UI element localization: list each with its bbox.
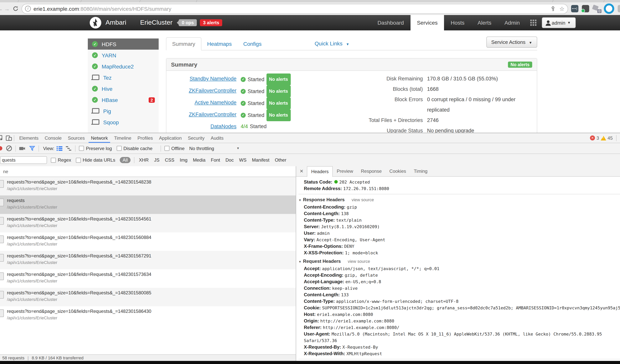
nav-alerts[interactable]: Alerts <box>471 15 498 30</box>
sidebar-item-hdfs[interactable]: ✓HDFS <box>88 39 159 50</box>
cluster-name[interactable]: ErieCluster <box>140 19 172 27</box>
sidebar-item-hive[interactable]: ✓Hive <box>88 83 159 94</box>
regex-label[interactable]: Regex <box>58 157 71 163</box>
request-row[interactable]: requests?to=end&page_size=10&fields=Requ… <box>0 269 296 288</box>
details-tab-cookies[interactable]: Cookies <box>386 166 410 176</box>
request-row[interactable]: requests?to=end&page_size=10&fields=Requ… <box>0 214 296 233</box>
details-tab-response[interactable]: Response <box>357 166 386 176</box>
request-list-header[interactable]: ne <box>0 166 296 177</box>
offline-label[interactable]: Offline <box>171 146 185 151</box>
screenshot-camera-icon[interactable] <box>19 146 25 151</box>
sidebar-item-mapreduce2[interactable]: ✓MapReduce2 <box>88 61 159 72</box>
devtools-tab-elements[interactable]: Elements <box>16 133 42 143</box>
nav-admin[interactable]: Admin <box>498 15 526 30</box>
details-tab-headers[interactable]: Headers <box>307 166 333 177</box>
devtools-tab-application[interactable]: Application <box>156 133 185 143</box>
filter-type-font[interactable]: Font <box>211 157 220 163</box>
warning-count[interactable]: 45 <box>607 135 613 141</box>
request-headers-section[interactable]: ▼Request Headersview source <box>298 258 620 265</box>
sidebar-item-sqoop[interactable]: Sqoop <box>88 116 159 128</box>
sidebar-item-hbase[interactable]: ✓HBase2 <box>88 94 159 105</box>
view-source-link[interactable]: view source <box>348 259 370 263</box>
filter-type-all[interactable]: All <box>120 157 131 163</box>
no-alerts-badge[interactable]: No alerts <box>266 109 291 121</box>
filter-input[interactable] <box>0 156 47 164</box>
datanodes-link[interactable]: DataNodes <box>210 124 236 129</box>
no-alerts-badge[interactable]: No alerts <box>266 86 291 97</box>
response-headers-section[interactable]: ▼Response Headersview source <box>298 196 620 204</box>
quick-links-dropdown[interactable]: Quick Links ▼ <box>315 40 349 46</box>
url-field[interactable]: i erie1.example.com:8080/#/main/services… <box>22 4 568 14</box>
devtools-tab-security[interactable]: Security <box>185 133 208 143</box>
error-count-icon[interactable]: ✕ <box>590 135 595 140</box>
password-key-icon[interactable] <box>550 6 556 11</box>
regex-checkbox[interactable] <box>51 158 56 162</box>
no-alerts-badge[interactable]: No alerts <box>266 97 291 109</box>
evernote-extension-icon[interactable] <box>582 5 589 12</box>
record-icon[interactable] <box>0 146 2 150</box>
clear-icon[interactable] <box>6 146 12 151</box>
ops-badge[interactable]: 0 ops <box>179 19 197 26</box>
filter-type-css[interactable]: CSS <box>165 157 174 163</box>
partial-extension-icon[interactable] <box>618 5 620 12</box>
details-tab-timing[interactable]: Timing <box>410 166 431 176</box>
devtools-tab-timeline[interactable]: Timeline <box>111 133 134 143</box>
devtools-tab-sources[interactable]: Sources <box>65 133 88 143</box>
sidebar-item-tez[interactable]: Tez <box>88 72 159 83</box>
user-menu-button[interactable]: admin▼ <box>542 17 576 28</box>
headers-content[interactable]: Status Code:202 Accepted Remote Address:… <box>296 177 620 361</box>
url-text[interactable]: erie1.example.com:8080/#/main/services/H… <box>33 6 550 12</box>
close-icon[interactable]: ✕ <box>296 169 307 174</box>
extension-zero-badge-icon[interactable]: 0 <box>593 5 600 12</box>
inspect-element-icon[interactable] <box>0 135 3 141</box>
filter-funnel-icon[interactable] <box>29 146 35 151</box>
filter-type-media[interactable]: Media <box>193 157 205 163</box>
request-row[interactable]: requests?to=end&page_size=10&fields=Requ… <box>0 306 296 325</box>
active-namenode-link[interactable]: Active NameNode <box>194 100 236 105</box>
ambari-brand[interactable]: Ambari <box>106 19 126 27</box>
error-count[interactable]: 3 <box>597 135 599 141</box>
devtools-tab-audits[interactable]: Audits <box>208 133 227 143</box>
no-alerts-badge[interactable]: No alerts <box>266 73 291 86</box>
request-row[interactable]: requests?to=end&page_size=10&fields=Requ… <box>0 288 296 306</box>
waterfall-view-icon[interactable] <box>66 146 72 151</box>
filter-type-xhr[interactable]: XHR <box>139 157 149 163</box>
filter-type-other[interactable]: Other <box>275 157 286 163</box>
apps-grid-icon[interactable] <box>530 20 536 26</box>
hide-data-urls-label[interactable]: Hide data URLs <box>83 157 115 163</box>
request-row[interactable]: requests?to=end&page_size=10&fields=Requ… <box>0 251 296 269</box>
filter-type-js[interactable]: JS <box>154 157 159 163</box>
offline-checkbox[interactable] <box>164 146 170 151</box>
blue-ring-extension-icon[interactable] <box>604 3 614 14</box>
devtools-tab-network[interactable]: Network <box>88 133 111 143</box>
sidebar-item-yarn[interactable]: ✓YARN <box>88 50 159 61</box>
details-tab-preview[interactable]: Preview <box>333 166 357 176</box>
request-row-selected[interactable]: requests/api/v1/clusters/ErieCluster <box>0 195 296 214</box>
view-source-link[interactable]: view source <box>352 197 374 202</box>
service-actions-button[interactable]: Service Actions ▼ <box>486 37 537 48</box>
zkfailovercontroller-link[interactable]: ZKFailoverController <box>189 112 236 117</box>
warning-count-icon[interactable] <box>601 136 606 140</box>
nav-services[interactable]: Services <box>410 15 444 30</box>
bookmark-star-icon[interactable]: ☆ <box>559 5 565 12</box>
hide-data-urls-checkbox[interactable] <box>76 158 81 162</box>
sidebar-item-pig[interactable]: Pig <box>88 105 159 116</box>
chevron-down-icon[interactable]: ▼ <box>236 146 240 150</box>
devtools-tab-console[interactable]: Console <box>42 133 65 143</box>
disable-cache-label[interactable]: Disable cache <box>124 146 153 151</box>
filter-type-manifest[interactable]: Manifest <box>252 157 269 163</box>
forward-icon[interactable]: → <box>3 5 10 12</box>
standby-namenode-link[interactable]: Standby NameNode <box>190 76 236 82</box>
alerts-badge[interactable]: 3 alerts <box>200 19 222 26</box>
filter-type-ws[interactable]: WS <box>239 157 247 163</box>
disable-cache-checkbox[interactable] <box>116 146 122 151</box>
password-manager-extension-icon[interactable]: •••| <box>571 5 578 12</box>
preserve-log-label[interactable]: Preserve log <box>86 146 112 151</box>
no-alerts-badge[interactable]: No alerts <box>508 61 532 68</box>
device-toolbar-icon[interactable] <box>6 135 12 141</box>
tab-summary[interactable]: Summary <box>166 37 202 50</box>
reload-icon[interactable] <box>13 6 18 12</box>
tab-configs[interactable]: Configs <box>237 38 267 50</box>
triangle-down-icon[interactable]: ▼ <box>298 260 302 263</box>
preserve-log-checkbox[interactable] <box>79 146 84 151</box>
